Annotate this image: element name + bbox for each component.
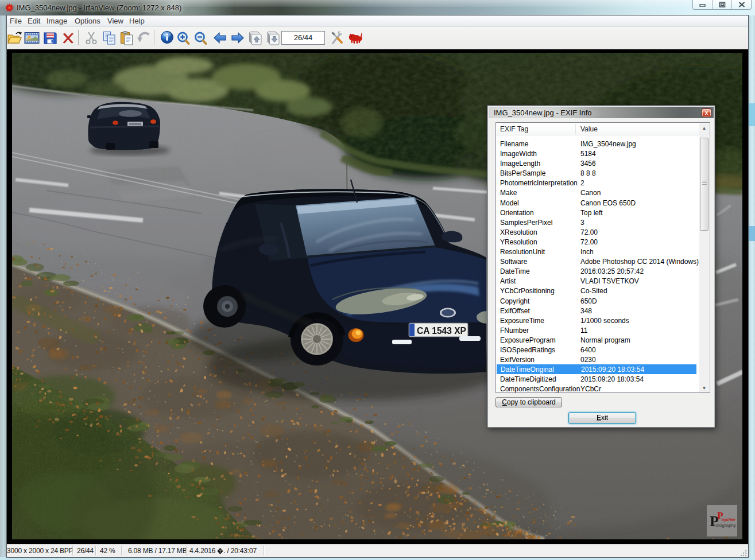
- svg-text:CA 1543 XP: CA 1543 XP: [417, 325, 466, 336]
- svg-text:?: ?: [219, 549, 222, 553]
- svg-text:eychev: eychev: [722, 518, 736, 522]
- svg-text:hotography: hotography: [713, 523, 736, 528]
